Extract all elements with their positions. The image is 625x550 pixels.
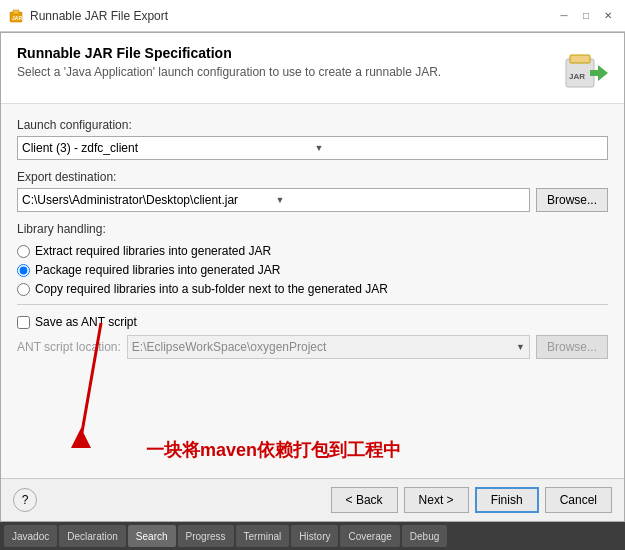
export-dest-label: Export destination: xyxy=(17,170,608,184)
export-dest-arrow: ▼ xyxy=(276,195,526,205)
radio-extract[interactable] xyxy=(17,245,30,258)
dialog-header-desc: Select a 'Java Application' launch confi… xyxy=(17,65,548,79)
help-button[interactable]: ? xyxy=(13,488,37,512)
title-bar: JAR Runnable JAR File Export ─ □ ✕ xyxy=(0,0,625,32)
export-dest-value: C:\Users\Administrator\Desktop\client.ja… xyxy=(22,193,272,207)
launch-config-arrow: ▼ xyxy=(315,143,604,153)
radio-package-label: Package required libraries into generate… xyxy=(35,263,280,277)
ant-arrow: ▼ xyxy=(516,342,525,352)
export-dest-row: C:\Users\Administrator\Desktop\client.ja… xyxy=(17,188,608,212)
title-bar-controls: ─ □ ✕ xyxy=(555,7,617,25)
radio-item-copy[interactable]: Copy required libraries into a sub-folde… xyxy=(17,282,608,296)
cancel-button[interactable]: Cancel xyxy=(545,487,612,513)
jar-export-icon: JAR xyxy=(560,45,608,93)
radio-copy-label: Copy required libraries into a sub-folde… xyxy=(35,282,388,296)
annotation-area: 一块将maven依赖打包到工程中 xyxy=(146,438,608,462)
footer-right: < Back Next > Finish Cancel xyxy=(331,487,612,513)
dialog-footer: ? < Back Next > Finish Cancel xyxy=(1,478,624,521)
svg-rect-7 xyxy=(590,70,600,76)
taskbar-tab-history[interactable]: History xyxy=(291,525,338,547)
radio-package[interactable] xyxy=(17,264,30,277)
close-button[interactable]: ✕ xyxy=(599,7,617,25)
launch-config-combobox[interactable]: Client (3) - zdfc_client ▼ xyxy=(17,136,608,160)
svg-rect-4 xyxy=(570,55,590,63)
dialog-header: Runnable JAR File Specification Select a… xyxy=(1,33,624,104)
divider xyxy=(17,304,608,305)
minimize-button[interactable]: ─ xyxy=(555,7,573,25)
app-icon: JAR xyxy=(8,8,24,24)
annotation-arrow xyxy=(61,318,151,458)
radio-item-extract[interactable]: Extract required libraries into generate… xyxy=(17,244,608,258)
dialog-container: Runnable JAR File Specification Select a… xyxy=(0,32,625,522)
dialog-header-text: Runnable JAR File Specification Select a… xyxy=(17,45,548,79)
footer-left: ? xyxy=(13,488,37,512)
save-ant-checkbox[interactable] xyxy=(17,316,30,329)
next-button[interactable]: Next > xyxy=(404,487,469,513)
taskbar-tab-terminal[interactable]: Terminal xyxy=(236,525,290,547)
svg-text:JAR: JAR xyxy=(12,15,22,21)
back-button[interactable]: < Back xyxy=(331,487,398,513)
library-handling-label: Library handling: xyxy=(17,222,608,236)
annotation-text: 一块将maven依赖打包到工程中 xyxy=(146,440,401,460)
launch-config-value: Client (3) - zdfc_client xyxy=(22,141,311,155)
ant-input-value: E:\EclipseWorkSpace\oxygenProject xyxy=(132,340,327,354)
radio-item-package[interactable]: Package required libraries into generate… xyxy=(17,263,608,277)
taskbar: Javadoc Declaration Search Progress Term… xyxy=(0,522,625,550)
radio-copy[interactable] xyxy=(17,283,30,296)
finish-button[interactable]: Finish xyxy=(475,487,539,513)
export-dest-combobox[interactable]: C:\Users\Administrator\Desktop\client.ja… xyxy=(17,188,530,212)
svg-line-8 xyxy=(81,323,101,438)
svg-rect-1 xyxy=(13,10,19,14)
title-bar-left: JAR Runnable JAR File Export xyxy=(8,8,168,24)
dialog-body: Launch configuration: Client (3) - zdfc_… xyxy=(1,104,624,478)
svg-text:JAR: JAR xyxy=(569,72,585,81)
ant-browse-button: Browse... xyxy=(536,335,608,359)
taskbar-tab-debug[interactable]: Debug xyxy=(402,525,447,547)
radio-extract-label: Extract required libraries into generate… xyxy=(35,244,271,258)
taskbar-tab-progress[interactable]: Progress xyxy=(178,525,234,547)
ant-input: E:\EclipseWorkSpace\oxygenProject ▼ xyxy=(127,335,530,359)
export-browse-button[interactable]: Browse... xyxy=(536,188,608,212)
launch-config-row: Client (3) - zdfc_client ▼ xyxy=(17,136,608,160)
launch-config-label: Launch configuration: xyxy=(17,118,608,132)
taskbar-tab-declaration[interactable]: Declaration xyxy=(59,525,126,547)
taskbar-tab-coverage[interactable]: Coverage xyxy=(340,525,399,547)
library-handling-group: Extract required libraries into generate… xyxy=(17,244,608,296)
taskbar-tab-javadoc[interactable]: Javadoc xyxy=(4,525,57,547)
title-bar-title: Runnable JAR File Export xyxy=(30,9,168,23)
dialog-header-title: Runnable JAR File Specification xyxy=(17,45,548,61)
taskbar-tab-search[interactable]: Search xyxy=(128,525,176,547)
svg-marker-9 xyxy=(71,428,91,448)
maximize-button[interactable]: □ xyxy=(577,7,595,25)
